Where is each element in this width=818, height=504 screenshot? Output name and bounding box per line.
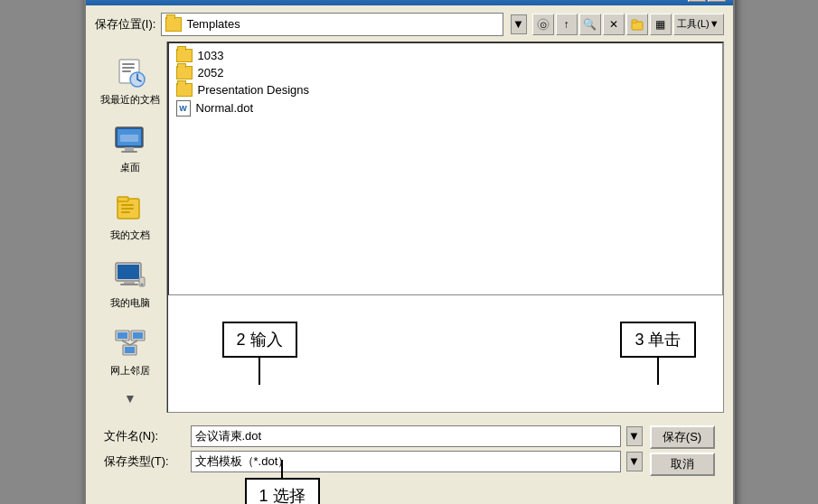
annotation-1-line (281, 460, 283, 478)
file-list: 1033 2052 Presentation Designs Normal.do… (168, 42, 723, 295)
title-bar-buttons: ? ✕ (688, 0, 726, 2)
svg-point-24 (141, 283, 144, 285)
toolbar-row: 保存位置(I): Templates ▼ ⊙ ↑ 🔍 ✕ (95, 13, 724, 36)
svg-rect-30 (125, 347, 135, 353)
right-buttons: 保存(S) 取消 (650, 425, 715, 476)
svg-rect-17 (121, 208, 134, 210)
svg-rect-7 (122, 70, 131, 72)
bottom-section: 文件名(N): ▼ 保存类型(T): 1 选择 (95, 418, 724, 505)
sidebar-item-mydocs[interactable]: 我的文档 (99, 184, 162, 248)
annotation-area: 2 输入 3 单击 (168, 295, 723, 412)
svg-rect-22 (120, 284, 138, 285)
sidebar-scroll-down[interactable]: ▼ (124, 391, 136, 406)
svg-rect-3 (632, 20, 637, 23)
filetype-row: 保存类型(T): 1 选择 ▼ (104, 451, 643, 472)
location-value: Templates (186, 17, 240, 31)
bottom-fields: 文件名(N): ▼ 保存类型(T): 1 选择 (104, 425, 643, 476)
filename-label: 文件名(N): (104, 428, 185, 444)
svg-rect-26 (118, 332, 127, 339)
annotation-2-box: 2 输入 (222, 322, 297, 358)
desktop-icon (112, 123, 148, 157)
dialog-body: 保存位置(I): Templates ▼ ⊙ ↑ 🔍 ✕ (86, 5, 733, 505)
annotation-spacer (104, 481, 715, 505)
annotation-1: 1 选择 (245, 460, 320, 505)
svg-rect-18 (121, 211, 130, 213)
filename-input[interactable] (191, 425, 621, 447)
folder-icon-presentation (176, 83, 193, 97)
list-item[interactable]: Presentation Designs (173, 81, 719, 98)
sidebar: 我最近的文档 桌面 (95, 42, 167, 413)
sidebar-recent-label: 我最近的文档 (100, 93, 160, 107)
annotation-3-box: 3 单击 (620, 322, 695, 358)
folder-icon-1033 (176, 49, 193, 62)
svg-rect-11 (125, 147, 134, 151)
toolbar-buttons: ⊙ ↑ 🔍 ✕ ▦ 工具(L)▼ (532, 14, 724, 35)
folder-icon-2052 (176, 66, 193, 79)
sidebar-item-desktop[interactable]: 桌面 (99, 117, 162, 181)
main-area: 我最近的文档 桌面 (95, 42, 724, 413)
file-name-presentation: Presentation Designs (198, 83, 310, 97)
filetype-label: 保存类型(T): (104, 453, 185, 470)
filetype-combo-arrow[interactable]: ▼ (626, 452, 643, 471)
svg-line-31 (122, 341, 130, 345)
close-button[interactable]: ✕ (708, 0, 726, 2)
annotation-3-arrow (657, 358, 659, 385)
dialog-title: 另存为 (93, 0, 128, 2)
back-button[interactable]: ⊙ (532, 14, 554, 35)
svg-rect-20 (118, 265, 139, 279)
list-item[interactable]: 2052 (173, 64, 719, 81)
filename-row: 文件名(N): ▼ (104, 425, 643, 447)
up-button[interactable]: ↑ (556, 14, 578, 35)
save-as-dialog: 另存为 ? ✕ 保存位置(I): Templates ▼ ⊙ ↑ 🔍 ✕ (84, 0, 735, 504)
sidebar-network-label: 网上邻居 (110, 364, 150, 378)
annotation-3: 3 单击 (620, 322, 695, 385)
sidebar-mydocs-label: 我的文档 (110, 229, 150, 242)
filename-combo-arrow[interactable]: ▼ (626, 426, 643, 446)
delete-button[interactable]: ✕ (603, 14, 625, 35)
recent-icon (112, 55, 148, 89)
file-name-2052: 2052 (198, 66, 224, 79)
save-location-label: 保存位置(I): (95, 16, 156, 33)
save-button[interactable]: 保存(S) (650, 425, 715, 449)
svg-rect-21 (124, 281, 135, 284)
search-button[interactable]: 🔍 (579, 14, 601, 35)
sidebar-desktop-label: 桌面 (120, 161, 140, 174)
list-item[interactable]: Normal.dot (173, 98, 719, 118)
annotation-2-arrow (259, 358, 260, 385)
sidebar-item-recent[interactable]: 我最近的文档 (99, 49, 162, 113)
svg-rect-12 (121, 151, 137, 153)
new-folder-button[interactable] (626, 14, 648, 35)
svg-rect-5 (122, 63, 135, 65)
svg-line-32 (130, 341, 137, 345)
file-name-1033: 1033 (198, 49, 224, 62)
svg-rect-16 (121, 204, 134, 206)
sidebar-item-network[interactable]: 网上邻居 (99, 320, 162, 384)
bottom-content: 文件名(N): ▼ 保存类型(T): 1 选择 (104, 425, 715, 476)
svg-rect-6 (122, 67, 135, 69)
doc-icon-normal (176, 100, 191, 117)
sidebar-mypc-label: 我的电脑 (110, 296, 150, 310)
list-item[interactable]: 1033 (173, 47, 719, 64)
tools-button[interactable]: 工具(L)▼ (673, 14, 724, 35)
svg-rect-15 (118, 197, 128, 201)
svg-text:⊙: ⊙ (540, 20, 547, 30)
annotation-2: 2 输入 (222, 322, 297, 385)
mydocs-icon (112, 191, 148, 225)
folder-icon (165, 17, 182, 32)
sidebar-item-mypc[interactable]: 我的电脑 (99, 252, 162, 316)
svg-rect-13 (120, 135, 138, 142)
svg-rect-28 (133, 332, 143, 339)
annotation-1-box: 1 选择 (245, 478, 320, 505)
view-button[interactable]: ▦ (650, 14, 672, 35)
network-icon (112, 326, 148, 360)
cancel-button[interactable]: 取消 (650, 453, 715, 476)
mypc-icon (112, 258, 148, 293)
file-name-normal: Normal.dot (196, 101, 254, 115)
location-combo[interactable]: Templates (161, 13, 503, 36)
help-button[interactable]: ? (688, 0, 706, 2)
location-combo-arrow[interactable]: ▼ (511, 14, 527, 34)
